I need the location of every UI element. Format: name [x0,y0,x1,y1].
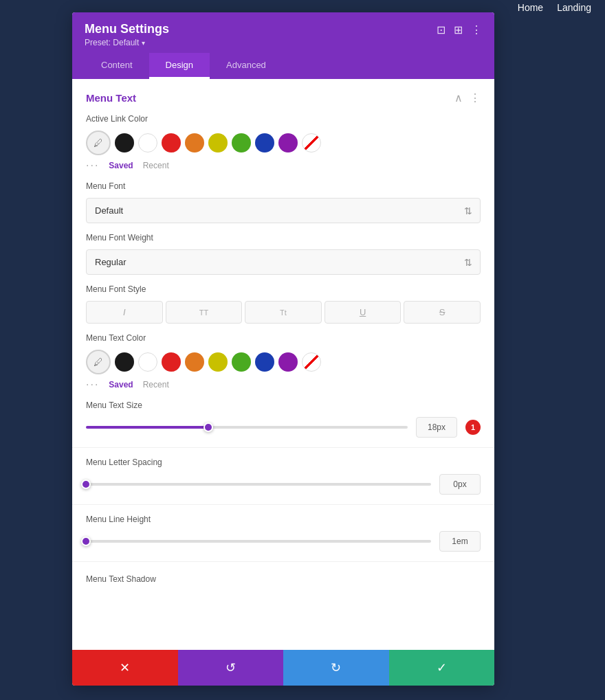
swatch-blue[interactable] [255,133,274,153]
layout-icon[interactable]: ⊞ [454,23,463,36]
text-swatch-green[interactable] [232,352,251,372]
swatch-none[interactable] [302,133,321,153]
text-color-dots[interactable]: ··· [86,379,99,391]
menu-font-select-wrapper: Default ⇅ [86,198,481,223]
swatch-green[interactable] [232,133,251,153]
menu-font-weight-select-wrapper: Regular ⇅ [86,249,481,275]
menu-line-height-value[interactable]: 1em [439,531,481,552]
font-style-strikethrough[interactable]: S [404,301,481,324]
text-swatch-orange[interactable] [185,352,204,372]
color-dots[interactable]: ··· [86,159,99,172]
menu-text-color-picker: 🖊 ··· Saved Recent [86,350,481,391]
panel-header: Menu Settings Preset: Default ▾ ⊡ ⊞ ⋮ Co… [72,12,494,79]
section-header: Menu Text ∧ ⋮ [86,91,481,104]
settings-panel: Menu Settings Preset: Default ▾ ⊡ ⊞ ⋮ Co… [72,12,494,686]
tab-advanced[interactable]: Advanced [210,53,283,79]
text-swatch-none[interactable] [302,352,321,372]
redo-button[interactable]: ↻ [283,650,389,686]
menu-text-size-value[interactable]: 18px [416,417,457,438]
panel-footer: ✕ ↺ ↻ ✓ [72,650,494,686]
more-icon[interactable]: ⋮ [471,23,482,36]
panel-title: Menu Settings [85,22,169,36]
text-swatch-white[interactable] [138,352,157,372]
tabs: Content Design Advanced [85,53,482,79]
menu-font-weight-select[interactable]: Regular [86,249,481,275]
menu-text-shadow-label: Menu Text Shadow [86,574,481,584]
text-swatch-purple[interactable] [278,352,298,372]
menu-text-size-row: 18px 1 [86,417,481,438]
active-link-color-footer: ··· Saved Recent [86,159,481,172]
text-color-eyedropper-button[interactable]: 🖊 [86,350,111,374]
text-swatch-red[interactable] [162,352,181,372]
swatch-yellow[interactable] [208,133,228,153]
menu-text-shadow-section: Menu Text Shadow [72,562,494,603]
font-style-underline[interactable]: U [324,301,402,324]
menu-line-height-label: Menu Line Height [86,515,481,524]
eyedropper-button[interactable]: 🖊 [86,131,111,155]
menu-font-label: Menu Font [86,181,481,191]
menu-text-size-badge: 1 [465,420,481,435]
save-button[interactable]: ✓ [389,650,495,686]
tab-content[interactable]: Content [85,53,149,79]
text-color-recent-label[interactable]: Recent [143,380,169,389]
save-icon: ✓ [437,660,447,675]
menu-text-color-label: Menu Text Color [86,333,481,343]
cancel-button[interactable]: ✕ [72,650,178,686]
section-more-icon[interactable]: ⋮ [470,91,481,104]
menu-letter-spacing-slider-wrapper [86,477,431,491]
font-style-italic[interactable]: I [86,301,163,324]
menu-text-color-swatches: 🖊 [86,350,481,374]
collapse-icon[interactable]: ∧ [454,91,463,104]
font-style-uppercase[interactable]: TT [166,301,243,324]
redo-icon: ↻ [331,660,341,675]
swatch-red[interactable] [162,133,181,153]
cancel-icon: ✕ [120,660,130,675]
menu-letter-spacing-row: 0px [86,474,481,495]
tab-design[interactable]: Design [149,53,210,79]
text-swatch-black[interactable] [115,352,134,372]
text-swatch-blue[interactable] [255,352,274,372]
menu-text-color-footer: ··· Saved Recent [86,379,481,391]
camera-icon[interactable]: ⊡ [437,23,446,36]
font-style-capitalize[interactable]: Tt [245,301,322,324]
section-title: Menu Text [86,92,136,104]
panel-preset[interactable]: Preset: Default ▾ [85,38,169,47]
panel-title-group: Menu Settings Preset: Default ▾ [85,22,169,47]
menu-font-select[interactable]: Default [86,198,481,223]
swatch-orange[interactable] [185,133,204,153]
panel-header-actions: ⊡ ⊞ ⋮ [437,22,482,36]
menu-font-weight-label: Menu Font Weight [86,233,481,242]
eyedropper-icon: 🖊 [94,137,103,148]
undo-icon: ↺ [226,660,236,675]
active-link-color-label: Active Link Color [86,114,481,124]
saved-label[interactable]: Saved [109,161,133,170]
panel-body: Menu Text ∧ ⋮ Active Link Color 🖊 [72,79,494,650]
menu-line-height-row: 1em [86,531,481,552]
preset-arrow-icon: ▾ [142,39,145,47]
text-swatch-yellow[interactable] [208,352,228,372]
menu-line-height-section: Menu Line Height 1em [72,505,494,562]
menu-letter-spacing-label: Menu Letter Spacing [86,458,481,467]
undo-button[interactable]: ↺ [178,650,284,686]
active-link-color-picker: 🖊 ··· Saved Recent [86,131,481,172]
menu-text-size-label: Menu Text Size [86,400,481,410]
font-style-buttons: I TT Tt U S [86,301,481,324]
menu-line-height-slider-wrapper [86,534,431,548]
nav-home[interactable]: Home [518,2,543,13]
swatch-white[interactable] [138,133,157,153]
menu-text-section: Menu Text ∧ ⋮ Active Link Color 🖊 [72,79,494,391]
menu-letter-spacing-value[interactable]: 0px [439,474,481,495]
text-color-saved-label[interactable]: Saved [109,380,133,389]
section-actions: ∧ ⋮ [454,91,481,104]
text-color-eyedropper-icon: 🖊 [94,357,103,368]
menu-text-size-section: Menu Text Size 18px 1 [72,391,494,448]
menu-font-style-label: Menu Font Style [86,284,481,294]
swatch-purple[interactable] [278,133,298,153]
nav-landing[interactable]: Landing [557,2,591,13]
recent-label[interactable]: Recent [143,161,169,170]
menu-letter-spacing-section: Menu Letter Spacing 0px [72,448,494,505]
menu-text-size-slider-wrapper [86,420,408,434]
active-link-color-swatches: 🖊 [86,131,481,155]
swatch-black[interactable] [115,133,134,153]
